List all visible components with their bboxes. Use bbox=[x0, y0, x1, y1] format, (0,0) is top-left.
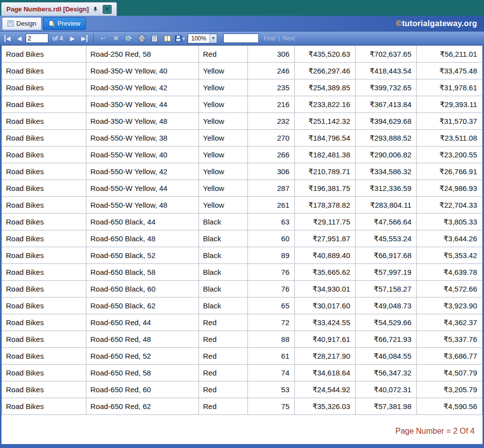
table-row: Road BikesRoad-650 Black, 58Black76₹35,6… bbox=[2, 264, 483, 281]
table-row: Road BikesRoad-250 Red, 58Red306₹435,520… bbox=[2, 46, 483, 63]
table-cell: ₹31,570.37 bbox=[417, 113, 483, 130]
table-cell: 65 bbox=[248, 298, 295, 314]
table-cell: Road-250 Red, 58 bbox=[86, 46, 199, 63]
table-cell: 75 bbox=[248, 398, 295, 415]
table-cell: ₹49,048.73 bbox=[356, 298, 417, 314]
table-cell: ₹23,511.08 bbox=[417, 130, 483, 147]
table-cell: Road-650 Black, 58 bbox=[86, 264, 199, 281]
table-cell: 216 bbox=[248, 96, 295, 113]
find-input[interactable] bbox=[223, 34, 259, 43]
pin-icon[interactable] bbox=[92, 6, 98, 12]
table-cell: ₹35,326.03 bbox=[295, 398, 356, 415]
table-cell: ₹435,520.63 bbox=[295, 46, 356, 63]
table-cell: ₹23,200.55 bbox=[417, 147, 483, 163]
table-cell: 61 bbox=[248, 348, 295, 365]
table-cell: ₹40,889.40 bbox=[295, 247, 356, 264]
table-cell: ₹178,378.82 bbox=[295, 197, 356, 214]
table-cell: Road Bikes bbox=[2, 163, 86, 180]
print-layout-button[interactable] bbox=[149, 33, 161, 44]
last-page-button[interactable]: ▶ bbox=[79, 33, 90, 44]
table-cell: Road-550-W Yellow, 42 bbox=[86, 163, 199, 180]
table-row: Road BikesRoad-550-W Yellow, 40Yellow266… bbox=[2, 147, 483, 163]
table-cell: Black bbox=[199, 214, 248, 230]
table-cell: Road-650 Black, 48 bbox=[86, 230, 199, 247]
table-cell: Yellow bbox=[199, 180, 248, 197]
zoom-value: 100% bbox=[188, 35, 209, 42]
back-arrow-icon: ↩ bbox=[100, 35, 106, 42]
next-link[interactable]: Next bbox=[282, 35, 295, 42]
refresh-button[interactable]: ⟳ bbox=[123, 33, 135, 44]
document-tab[interactable]: Page Numbers.rdl [Design] ✕ bbox=[1, 2, 117, 16]
preview-icon bbox=[48, 20, 55, 27]
table-cell: Black bbox=[199, 247, 248, 264]
table-cell: Road Bikes bbox=[2, 96, 86, 113]
table-cell: Road-550-W Yellow, 48 bbox=[86, 197, 199, 214]
brand-watermark: ©tutorialgateway.org bbox=[396, 19, 477, 28]
table-cell: Road Bikes bbox=[2, 331, 86, 348]
table-cell: ₹399,732.65 bbox=[356, 79, 417, 96]
table-cell: ₹4,507.79 bbox=[417, 365, 483, 381]
table-cell: Black bbox=[199, 281, 248, 298]
table-cell: Road Bikes bbox=[2, 180, 86, 197]
table-cell: ₹40,072.31 bbox=[356, 381, 417, 398]
page-number-input[interactable] bbox=[26, 34, 48, 43]
table-cell: ₹22,704.33 bbox=[417, 197, 483, 214]
table-cell: Yellow bbox=[199, 113, 248, 130]
window-bottom-border bbox=[0, 444, 484, 448]
tab-design[interactable]: Design bbox=[2, 17, 41, 30]
table-cell: Road Bikes bbox=[2, 398, 86, 415]
next-page-button[interactable]: ▶ bbox=[67, 33, 78, 44]
page-setup-button[interactable] bbox=[161, 33, 173, 44]
table-cell: Road Bikes bbox=[2, 46, 86, 63]
table-cell: Red bbox=[199, 348, 248, 365]
table-cell: 74 bbox=[248, 365, 295, 381]
table-cell: ₹34,930.01 bbox=[295, 281, 356, 298]
find-next-separator: | bbox=[278, 35, 280, 42]
table-cell: ₹4,639.78 bbox=[417, 264, 483, 281]
table-cell: 261 bbox=[248, 197, 295, 214]
table-cell: 53 bbox=[248, 381, 295, 398]
report-table-body: Road BikesRoad-250 Red, 58Red306₹435,520… bbox=[2, 46, 483, 415]
table-cell: Road Bikes bbox=[2, 298, 86, 314]
close-icon[interactable]: ✕ bbox=[103, 5, 112, 14]
table-cell: ₹5,353.42 bbox=[417, 247, 483, 264]
find-link[interactable]: Find bbox=[264, 35, 275, 42]
first-page-button[interactable]: ◀ bbox=[2, 33, 13, 44]
table-row: Road BikesRoad-550-W Yellow, 48Yellow261… bbox=[2, 197, 483, 214]
export-button[interactable]: ▾ bbox=[174, 35, 185, 42]
print-layout-icon bbox=[151, 35, 159, 42]
table-cell: ₹57,158.27 bbox=[356, 281, 417, 298]
report-toolbar: ◀ ◀ of 4 ▶ ▶ ↩ ✖ ⟳ bbox=[0, 31, 484, 45]
mode-bar: Design Preview ©tutorialgateway.org bbox=[0, 16, 484, 31]
table-cell: 287 bbox=[248, 180, 295, 197]
table-cell: Road-350-W Yellow, 44 bbox=[86, 96, 199, 113]
table-cell: Yellow bbox=[199, 130, 248, 147]
export-save-icon bbox=[174, 35, 182, 42]
table-row: Road BikesRoad-650 Red, 60Red53₹24,544.9… bbox=[2, 381, 483, 398]
table-cell: ₹33,424.55 bbox=[295, 314, 356, 331]
report-preview-area: Road BikesRoad-250 Red, 58Red306₹435,520… bbox=[0, 45, 484, 444]
table-cell: Road-350-W Yellow, 40 bbox=[86, 63, 199, 79]
table-cell: Road Bikes bbox=[2, 381, 86, 398]
back-to-parent-button: ↩ bbox=[97, 33, 109, 44]
table-cell: ₹4,572.66 bbox=[417, 281, 483, 298]
table-cell: ₹4,590.56 bbox=[417, 398, 483, 415]
zoom-select[interactable]: 100% ▼ bbox=[188, 34, 217, 43]
print-button[interactable] bbox=[136, 33, 148, 44]
table-cell: Road-650 Red, 48 bbox=[86, 331, 199, 348]
table-cell: Road Bikes bbox=[2, 365, 86, 381]
table-row: Road BikesRoad-650 Red, 48Red88₹40,917.6… bbox=[2, 331, 483, 348]
table-cell: Yellow bbox=[199, 63, 248, 79]
table-row: Road BikesRoad-650 Red, 58Red74₹34,618.6… bbox=[2, 365, 483, 381]
previous-page-button[interactable]: ◀ bbox=[14, 33, 25, 44]
table-cell: Red bbox=[199, 331, 248, 348]
table-cell: ₹30,017.60 bbox=[295, 298, 356, 314]
table-row: Road BikesRoad-650 Red, 52Red61₹28,217.9… bbox=[2, 348, 483, 365]
table-cell: ₹54,529.66 bbox=[356, 314, 417, 331]
table-cell: Red bbox=[199, 398, 248, 415]
table-cell: Red bbox=[199, 314, 248, 331]
table-row: Road BikesRoad-650 Black, 44Black63₹29,1… bbox=[2, 214, 483, 230]
table-cell: ₹367,413.84 bbox=[356, 96, 417, 113]
tab-preview[interactable]: Preview bbox=[43, 17, 85, 30]
table-cell: ₹34,618.64 bbox=[295, 365, 356, 381]
